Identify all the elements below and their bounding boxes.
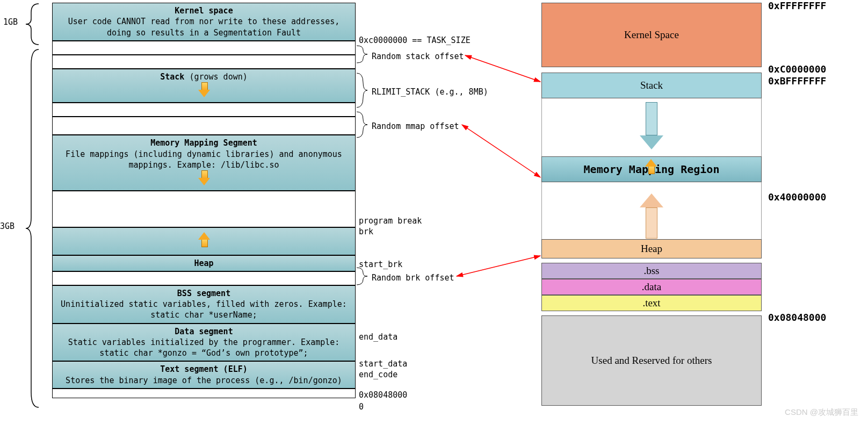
gap-spacer-3 bbox=[52, 191, 356, 227]
seg-heap: Heap bbox=[52, 255, 356, 271]
watermark: CSDN @攻城狮百里 bbox=[785, 407, 858, 418]
stack-suffix: (grows down) bbox=[184, 72, 247, 82]
heap-title: Heap bbox=[194, 258, 213, 268]
addr-40: 0x40000000 bbox=[768, 191, 826, 203]
gap-bottom bbox=[52, 389, 356, 398]
gap-spacer-1 bbox=[52, 55, 356, 69]
bss-title: BSS segment bbox=[56, 288, 352, 299]
addr-base: 0x08048000 bbox=[768, 312, 826, 323]
gap-spacer-2 bbox=[52, 103, 356, 117]
r-reserved: Used and Reserved for others bbox=[591, 355, 712, 366]
seg-data: Data segment Static variables initialize… bbox=[52, 324, 356, 362]
label-3gb: 3GB bbox=[0, 221, 15, 231]
r-bss: .bss bbox=[643, 265, 659, 277]
rseg-heap: Heap bbox=[541, 239, 762, 258]
r-text: .text bbox=[642, 297, 660, 309]
rseg-data: .data bbox=[541, 279, 762, 295]
seg-mmap: Memory Mapping Segment File mappings (in… bbox=[52, 135, 356, 191]
label-rand-brk: Random brk offset bbox=[372, 273, 454, 283]
gap-stack-offset bbox=[52, 41, 356, 55]
left-memory-layout: Kernel space User code CANNOT read from … bbox=[52, 3, 356, 398]
bss-desc: Uninitialized static variables, filled w… bbox=[56, 299, 352, 321]
seg-stack: Stack (grows down) bbox=[52, 69, 356, 103]
arrow-down-icon bbox=[198, 82, 210, 97]
addr-ff: 0xFFFFFFFF bbox=[768, 0, 826, 11]
label-rlimit: RLIMIT_STACK (e.g., 8MB) bbox=[372, 87, 488, 97]
svg-line-1 bbox=[462, 125, 540, 177]
mmap-desc: File mappings (including dynamic librari… bbox=[56, 149, 352, 171]
label-end-code: end_code bbox=[359, 370, 397, 379]
label-prog-break: program break bbox=[359, 216, 422, 226]
rseg-text: .text bbox=[541, 295, 762, 311]
seg-bss: BSS segment Uninitialized static variabl… bbox=[52, 285, 356, 324]
label-1gb: 1GB bbox=[3, 17, 18, 27]
label-end-data: end_data bbox=[359, 332, 397, 342]
big-arrow-down-icon bbox=[640, 102, 663, 150]
svg-line-2 bbox=[457, 256, 540, 276]
seg-heap-top bbox=[52, 227, 356, 255]
r-data: .data bbox=[642, 281, 661, 293]
r-stack: Stack bbox=[640, 80, 663, 91]
rseg-bss: .bss bbox=[541, 263, 762, 279]
addr-c0: 0xC0000000 bbox=[768, 63, 826, 75]
text-title: Text segment (ELF) bbox=[56, 364, 352, 375]
rseg-stack: Stack bbox=[541, 73, 762, 98]
label-zero: 0 bbox=[359, 402, 364, 412]
r-heap: Heap bbox=[641, 243, 662, 255]
big-arrow-up-icon bbox=[640, 193, 663, 240]
label-start-brk: start_brk bbox=[359, 260, 402, 269]
addr-bf: 0xBFFFFFFF bbox=[768, 75, 826, 87]
kernel-title: Kernel space bbox=[56, 5, 352, 16]
label-start-data: start_data bbox=[359, 359, 407, 369]
data-title: Data segment bbox=[56, 326, 352, 337]
seg-text: Text segment (ELF) Stores the binary ima… bbox=[52, 361, 356, 389]
arrow-up-small-icon bbox=[645, 159, 657, 176]
gap-mmap-offset bbox=[52, 117, 356, 135]
label-rand-stack: Random stack offset bbox=[372, 52, 464, 61]
data-desc: Static variables initialized by the prog… bbox=[56, 337, 352, 359]
gap-brk-offset bbox=[52, 271, 356, 285]
label-addr-text: 0x08048000 bbox=[359, 390, 407, 400]
arrow-down-icon bbox=[198, 170, 210, 185]
text-desc: Stores the binary image of the process (… bbox=[56, 375, 352, 386]
svg-line-0 bbox=[465, 55, 540, 82]
kernel-desc: User code CANNOT read from nor write to … bbox=[56, 16, 352, 38]
r-kernel: Kernel Space bbox=[624, 29, 679, 41]
rseg-kernel: Kernel Space bbox=[541, 3, 762, 67]
label-rand-mmap: Random mmap offset bbox=[372, 121, 459, 131]
rseg-reserved: Used and Reserved for others bbox=[541, 315, 762, 406]
arrow-up-icon bbox=[198, 232, 210, 247]
mmap-title: Memory Mapping Segment bbox=[56, 138, 352, 148]
label-brk: brk bbox=[359, 227, 373, 236]
stack-title: Stack bbox=[160, 72, 184, 82]
label-task-size: 0xc0000000 == TASK_SIZE bbox=[359, 35, 471, 45]
seg-kernel: Kernel space User code CANNOT read from … bbox=[52, 3, 356, 41]
